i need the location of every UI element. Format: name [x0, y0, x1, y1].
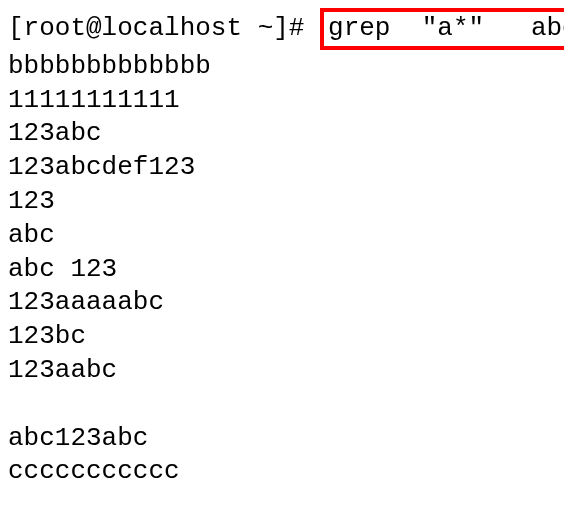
output-line: abc — [8, 219, 556, 253]
command-text: grep "a*" abc — [328, 13, 564, 43]
terminal-output: bbbbbbbbbbbbb11111111111123abc123abcdef1… — [8, 50, 556, 489]
output-line: abc 123 — [8, 253, 556, 287]
output-line: 123abcdef123 — [8, 151, 556, 185]
output-line — [8, 388, 556, 422]
output-line: 123aaaaabc — [8, 286, 556, 320]
highlighted-command-box: grep "a*" abc — [320, 8, 564, 50]
output-line: ccccccccccc — [8, 455, 556, 489]
output-line: abc123abc — [8, 422, 556, 456]
output-line: 123aabc — [8, 354, 556, 388]
output-line: 123abc — [8, 117, 556, 151]
prompt-prefix: [root@localhost ~]# — [8, 12, 320, 46]
output-line: bbbbbbbbbbbbb — [8, 50, 556, 84]
output-line: 11111111111 — [8, 84, 556, 118]
output-line: 123 — [8, 185, 556, 219]
command-prompt-line[interactable]: [root@localhost ~]# grep "a*" abc — [8, 8, 556, 50]
output-line: 123bc — [8, 320, 556, 354]
